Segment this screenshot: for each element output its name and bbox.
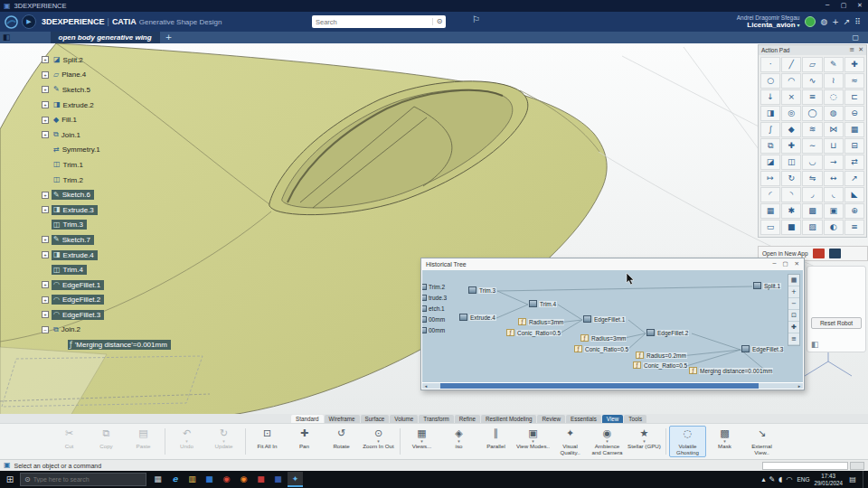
- tree-node-join-1[interactable]: ⧉Join.1: [52, 130, 84, 140]
- tree-node-trim-1[interactable]: ◫Trim.1: [52, 160, 87, 170]
- shading-mode-tool-icon[interactable]: ■: [781, 220, 801, 235]
- user-block[interactable]: Andrei Dragomir Sfegau Licenta_avion ▾: [737, 14, 800, 29]
- ribbon-tab-wireframe[interactable]: Wireframe: [325, 415, 360, 423]
- hist-node-trim-3[interactable]: Trim.3: [468, 286, 496, 294]
- tree-node-sketch-6[interactable]: ✎Sketch.6: [52, 190, 94, 200]
- hist-node-merging-distance-0-001mm[interactable]: ƒMerging distance=0.001mm: [689, 367, 773, 374]
- tree-expander[interactable]: +: [42, 117, 49, 124]
- tree-node-fill-1[interactable]: ◆Fill.1: [52, 115, 80, 125]
- views-button[interactable]: ▦▾Views...: [403, 426, 440, 457]
- cylinder-tool-icon[interactable]: ◍: [824, 106, 844, 121]
- iso-button[interactable]: ◈▾iso: [440, 426, 477, 457]
- robot-cube-icon[interactable]: ◧: [811, 341, 819, 349]
- revolve-tool-icon[interactable]: ◎: [781, 106, 801, 121]
- tree-node-plane-4[interactable]: ▱Plane.4: [52, 70, 90, 80]
- hist-scrollbar[interactable]: ◂ ▸: [422, 383, 803, 389]
- historical-tree-titlebar[interactable]: Historical Tree ─ ▢ ✕: [421, 258, 804, 270]
- trim-tool-icon[interactable]: ◫: [781, 155, 801, 170]
- presence-icon[interactable]: [805, 16, 816, 27]
- historical-tree-canvas[interactable]: Trim.2trude.3etch.100mm00mm Trim.3Split.…: [422, 270, 803, 382]
- tree-node-edgefillet-3[interactable]: ◠EdgeFillet.3: [52, 310, 104, 320]
- rotate-tool-icon[interactable]: ↻: [781, 171, 801, 186]
- tree-node-sketch-5[interactable]: ✎Sketch.5: [52, 85, 94, 95]
- volatile-ghosting-button[interactable]: ◌ Volatile Ghosting: [669, 426, 706, 457]
- tree-expander[interactable]: −: [42, 326, 49, 333]
- ribbon-tab-volume[interactable]: Volume: [390, 415, 418, 423]
- affinity-tool-icon[interactable]: ↗: [844, 171, 864, 186]
- undo-button[interactable]: ↶▾Undo: [168, 426, 205, 457]
- share-icon[interactable]: ↗: [844, 18, 851, 26]
- fit-all-icon[interactable]: ⊡: [788, 310, 799, 322]
- paste-button[interactable]: ▤ Paste: [125, 426, 162, 457]
- ribbon-tab-tools[interactable]: Tools: [624, 415, 646, 423]
- extrude-tool-icon[interactable]: ◨: [760, 106, 780, 121]
- firefox-icon[interactable]: ◉: [236, 472, 251, 487]
- app-navy-icon[interactable]: ■: [270, 472, 286, 487]
- maximize-button[interactable]: ▢: [835, 0, 852, 12]
- visual-quality-button[interactable]: ✦ Visual Quality..: [552, 426, 589, 457]
- network-icon[interactable]: ◠: [786, 476, 792, 483]
- update-button[interactable]: ↻▾Update: [205, 426, 242, 457]
- healing-tool-icon[interactable]: ✚: [781, 138, 801, 154]
- tag-icon[interactable]: ⚐: [472, 15, 480, 24]
- action-pad-menu-icon[interactable]: ≡: [849, 47, 854, 53]
- tree-node-symmetry-1[interactable]: ⇄Symmetry.1: [52, 145, 104, 155]
- dock-panel-icon[interactable]: ◧: [3, 33, 11, 42]
- tree-expander[interactable]: +: [42, 236, 49, 243]
- zoom-in-icon[interactable]: +: [788, 286, 799, 298]
- ribbon-tab-standard[interactable]: Standard: [291, 415, 324, 423]
- hist-node-radius-3mm[interactable]: ƒRadius=3mm: [518, 318, 564, 325]
- ribbon-tab-transform[interactable]: Transform: [419, 415, 453, 423]
- helix-tool-icon[interactable]: ≈: [844, 73, 864, 89]
- workspace-selector[interactable]: Licenta_avion: [747, 21, 795, 29]
- ribbon-tab-refine[interactable]: Refine: [455, 415, 480, 423]
- split-tool-icon[interactable]: ◪: [760, 155, 780, 170]
- start-button[interactable]: ⊞: [0, 475, 20, 484]
- conic-tool-icon[interactable]: ≀: [824, 73, 844, 89]
- untrim-tool-icon[interactable]: ⊔: [824, 138, 844, 154]
- net-surface-tool-icon[interactable]: ▦: [844, 122, 864, 137]
- tree-expander[interactable]: +: [42, 296, 49, 304]
- 3dexperience-icon[interactable]: ✦: [288, 472, 303, 487]
- close-button[interactable]: ✕: [852, 0, 868, 12]
- ribbon-tab-surface[interactable]: Surface: [361, 415, 390, 423]
- reset-robot-button[interactable]: Reset Robot: [811, 317, 862, 329]
- command-field[interactable]: [762, 462, 848, 470]
- wireframe-mode-tool-icon[interactable]: ▭: [760, 220, 780, 235]
- offset-surface-tool-icon[interactable]: ⊖: [844, 106, 864, 121]
- invert-tool-icon[interactable]: ⇄: [844, 155, 864, 170]
- multi-section-tool-icon[interactable]: ≋: [802, 122, 822, 137]
- hist-node-conic-ratio-0-5[interactable]: ƒConic_Ratio=0.5: [574, 345, 629, 352]
- tree-expander[interactable]: +: [42, 206, 49, 213]
- spline-tool-icon[interactable]: ∿: [802, 73, 822, 89]
- blend-tool-icon[interactable]: ⋈: [824, 122, 844, 137]
- pan-button[interactable]: ✚ Pan: [286, 426, 323, 457]
- minimize-button[interactable]: ─: [819, 0, 835, 12]
- hist-node-radius-0-2mm[interactable]: ƒRadius=0.2mm: [636, 352, 687, 359]
- add-icon[interactable]: +: [832, 18, 839, 26]
- ribbon-tab-view[interactable]: View: [602, 415, 624, 423]
- rotate-button[interactable]: ↺ Rotate: [323, 426, 360, 457]
- task-view-icon[interactable]: ▦: [150, 472, 165, 487]
- zoom-in-out-button[interactable]: ⊙▾Zoom In Out: [360, 426, 397, 457]
- ribbon-tab-resilient-modeling[interactable]: Resilient Modeling: [481, 415, 536, 423]
- apps-grid-icon[interactable]: ⠿: [854, 18, 861, 26]
- search-input[interactable]: [312, 18, 432, 26]
- scroll-right-icon[interactable]: ▸: [796, 384, 803, 389]
- ambience-and-camera-button[interactable]: ◉▾Ambience and Camera: [589, 426, 626, 457]
- action-pad-close-icon[interactable]: ✕: [858, 47, 863, 53]
- settings-icon[interactable]: ≡: [788, 333, 799, 345]
- hist-minimize-icon[interactable]: ─: [772, 261, 776, 267]
- chrome-icon[interactable]: ◉: [219, 472, 234, 487]
- copy-button[interactable]: ⧉ Copy: [88, 426, 125, 457]
- circular-pattern-tool-icon[interactable]: ✱: [781, 203, 801, 219]
- taskbar-search[interactable]: ⊙: [20, 473, 146, 486]
- hist-node-extrude-4[interactable]: Extrude.4: [459, 314, 496, 321]
- sketch-tool-icon[interactable]: ✎: [824, 57, 844, 72]
- tray-expand-icon[interactable]: ▴: [761, 476, 765, 483]
- user-pattern-tool-icon[interactable]: ▩: [802, 203, 822, 219]
- tree-node-trim-3[interactable]: ◫Trim.3: [52, 220, 87, 230]
- search-icon[interactable]: ⊙: [432, 18, 446, 25]
- alerts-icon[interactable]: ◍: [820, 18, 827, 26]
- parallel-button[interactable]: ∥ Parallel: [477, 426, 514, 457]
